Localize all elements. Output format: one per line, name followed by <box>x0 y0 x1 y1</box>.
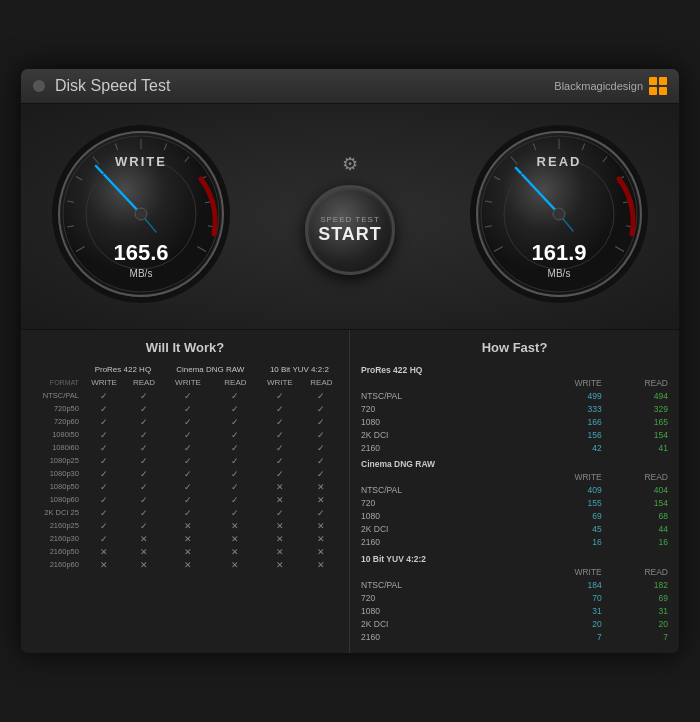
cdng-read-cell: ✓ <box>213 441 258 454</box>
yuv-read-cell: ✕ <box>302 493 341 506</box>
how-fast-read: 41 <box>605 441 671 454</box>
table-row: 1080p50✓✓✓✓✕✕ <box>29 480 341 493</box>
cdng-write-cell: ✕ <box>163 532 213 545</box>
how-fast-label: 2160 <box>358 630 530 643</box>
cdng-write-cell: ✓ <box>163 480 213 493</box>
close-button[interactable] <box>33 80 45 92</box>
how-fast-write: 42 <box>530 441 605 454</box>
how-fast-col-header: WRITE <box>530 565 605 578</box>
p422hq-write-cell: ✓ <box>83 428 125 441</box>
how-fast-row: 1080166165 <box>358 415 671 428</box>
format-cell: 720p60 <box>29 415 83 428</box>
how-fast-read: 31 <box>605 604 671 617</box>
how-fast-row: NTSC/PAL499494 <box>358 389 671 402</box>
p422hq-write-cell: ✓ <box>83 454 125 467</box>
how-fast-label: 2K DCI <box>358 428 530 441</box>
format-cell: 2160p30 <box>29 532 83 545</box>
yuv-write-cell: ✕ <box>258 545 302 558</box>
yuv-write-cell: ✕ <box>258 480 302 493</box>
how-fast-read: 329 <box>605 402 671 415</box>
how-fast-read: 69 <box>605 591 671 604</box>
yuv-read-cell: ✓ <box>302 467 341 480</box>
table-row: 2160p50✕✕✕✕✕✕ <box>29 545 341 558</box>
table-row: 1080p25✓✓✓✓✓✓ <box>29 454 341 467</box>
cdng-write-cell: ✓ <box>163 441 213 454</box>
how-fast-label: 1080 <box>358 604 530 617</box>
svg-point-40 <box>553 208 565 220</box>
p422hq-read-cell: ✓ <box>125 389 163 402</box>
how-fast-read: 154 <box>605 428 671 441</box>
p422hq-read-cell: ✓ <box>125 415 163 428</box>
how-fast-col-header: READ <box>605 565 671 578</box>
how-fast-row: 2K DCI156154 <box>358 428 671 441</box>
format-cell: 1080i60 <box>29 441 83 454</box>
p422hq-write-cell: ✕ <box>83 545 125 558</box>
how-fast-label: 720 <box>358 591 530 604</box>
how-fast-row: 2K DCI2020 <box>358 617 671 630</box>
p422hq-write-cell: ✓ <box>83 480 125 493</box>
cdng-read-cell: ✓ <box>213 428 258 441</box>
start-button[interactable]: SPEED TEST START <box>305 185 395 275</box>
format-cell: 1080p30 <box>29 467 83 480</box>
how-fast-row: 10803131 <box>358 604 671 617</box>
how-fast-read: 182 <box>605 578 671 591</box>
p422hq-write-cell: ✓ <box>83 532 125 545</box>
format-cell: 1080p25 <box>29 454 83 467</box>
yuv-write-cell: ✕ <box>258 493 302 506</box>
cdng-write-cell: ✓ <box>163 389 213 402</box>
how-fast-write: 69 <box>530 510 605 523</box>
how-fast-label: 720 <box>358 402 530 415</box>
prores-write-header: WRITE <box>83 376 125 389</box>
yuv-read-cell: ✓ <box>302 441 341 454</box>
p422hq-read-cell: ✓ <box>125 519 163 532</box>
yuv-write-cell: ✓ <box>258 402 302 415</box>
how-fast-write: 409 <box>530 484 605 497</box>
how-fast-group-header: ProRes 422 HQ <box>358 363 671 376</box>
cdng-write-cell: ✓ <box>163 493 213 506</box>
cdng-read-cell: ✓ <box>213 402 258 415</box>
how-fast-label: 1080 <box>358 415 530 428</box>
how-fast-panel: How Fast? ProRes 422 HQWRITEREADNTSC/PAL… <box>350 330 679 653</box>
p422hq-read-cell: ✓ <box>125 467 163 480</box>
read-label: READ <box>469 154 649 169</box>
format-cell: 1080p50 <box>29 480 83 493</box>
logo-text: Blackmagicdesign <box>554 80 643 92</box>
cdng-write-cell: ✕ <box>163 519 213 532</box>
settings-icon[interactable]: ⚙ <box>342 153 358 175</box>
window-title: Disk Speed Test <box>55 77 554 95</box>
cdng-read-header: READ <box>213 376 258 389</box>
yuv-read-cell: ✓ <box>302 506 341 519</box>
how-fast-read: 44 <box>605 523 671 536</box>
data-section: Will It Work? ProRes 422 HQ Cinema DNG R… <box>21 329 679 653</box>
cdng-write-cell: ✓ <box>163 467 213 480</box>
yuv-header: 10 Bit YUV 4:2:2 <box>258 363 341 376</box>
p422hq-write-cell: ✕ <box>83 558 125 571</box>
how-fast-write: 333 <box>530 402 605 415</box>
prores-header: ProRes 422 HQ <box>83 363 163 376</box>
how-fast-read: 68 <box>605 510 671 523</box>
cdng-write-cell: ✓ <box>163 402 213 415</box>
read-value: 161.9 <box>469 240 649 266</box>
p422hq-read-cell: ✓ <box>125 493 163 506</box>
how-fast-col-header: READ <box>605 376 671 389</box>
main-window: Disk Speed Test Blackmagicdesign <box>20 68 680 654</box>
p422hq-read-cell: ✓ <box>125 428 163 441</box>
cdng-write-cell: ✓ <box>163 506 213 519</box>
table-row: 1080p60✓✓✓✓✕✕ <box>29 493 341 506</box>
cdng-write-header: WRITE <box>163 376 213 389</box>
cdng-read-cell: ✓ <box>213 493 258 506</box>
format-cell: 2K DCI 25 <box>29 506 83 519</box>
how-fast-write: 20 <box>530 617 605 630</box>
cdng-write-cell: ✓ <box>163 415 213 428</box>
cdng-read-cell: ✕ <box>213 545 258 558</box>
yuv-read-cell: ✕ <box>302 532 341 545</box>
yuv-write-header: WRITE <box>258 376 302 389</box>
logo-sq-3 <box>649 87 657 95</box>
how-fast-write: 7 <box>530 630 605 643</box>
p422hq-read-cell: ✓ <box>125 402 163 415</box>
how-fast-read: 16 <box>605 536 671 549</box>
how-fast-row: 21604241 <box>358 441 671 454</box>
table-row: 720p60✓✓✓✓✓✓ <box>29 415 341 428</box>
logo-sq-1 <box>649 77 657 85</box>
p422hq-write-cell: ✓ <box>83 467 125 480</box>
